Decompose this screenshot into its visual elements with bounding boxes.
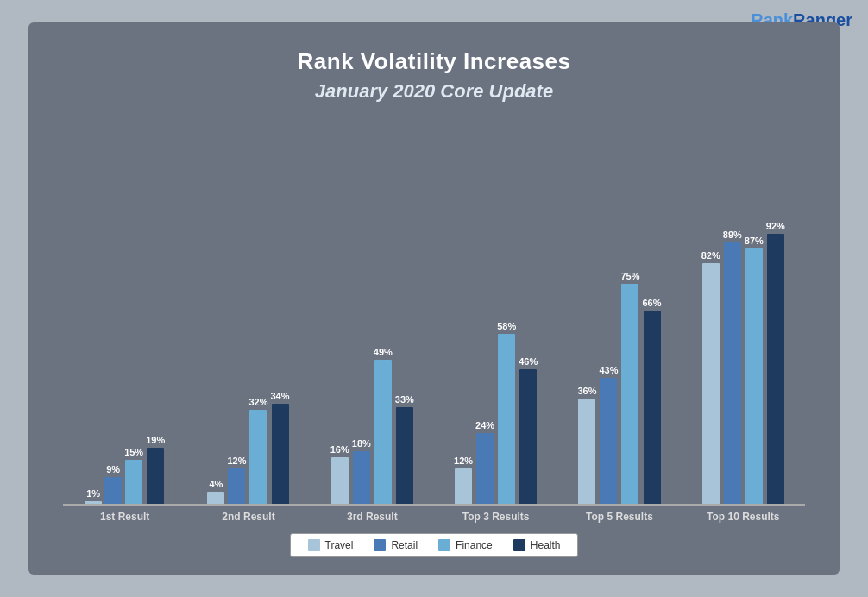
bar-col-finance: 32% [248,397,267,504]
bar-travel [207,492,224,504]
bar-group: 36%43%75%66% [557,271,681,504]
chart-area: 1%9%15%19%4%12%32%34%16%18%49%33%12%24%5… [63,120,805,523]
bar-col-health: 34% [271,391,290,504]
bar-col-finance: 49% [374,347,393,504]
bar-value-label: 49% [374,347,393,357]
bar-col-health: 66% [643,298,662,504]
bar-value-label: 19% [146,435,165,445]
bar-col-retail: 9% [104,464,122,504]
bar-value-label: 12% [227,456,246,466]
legend-label: Health [531,539,561,551]
bar-col-health: 19% [146,435,165,504]
x-axis-label: Top 5 Results [557,511,681,523]
bar-retail [600,378,617,504]
bar-group: 12%24%58%46% [434,321,557,504]
bar-finance [621,284,638,504]
legend-item: Travel [308,539,354,551]
bar-value-label: 75% [620,271,639,281]
bar-col-health: 33% [395,394,414,504]
bar-value-label: 43% [599,365,618,375]
legend-item: Health [513,539,561,551]
bar-finance [374,360,392,504]
bar-col-finance: 15% [124,447,143,504]
bar-col-travel: 1% [85,488,102,504]
bar-value-label: 15% [124,447,143,457]
bar-health [519,369,537,504]
bar-col-health: 92% [766,221,785,504]
bar-retail [724,242,741,504]
bar-col-travel: 82% [701,250,720,504]
bar-group: 16%18%49%33% [311,347,434,504]
bar-col-finance: 87% [745,236,764,504]
bar-value-label: 87% [745,236,764,246]
bar-value-label: 46% [519,356,538,367]
bar-value-label: 32% [248,397,267,407]
legend-label: Finance [456,539,493,551]
bar-col-travel: 12% [454,456,473,504]
bar-health [396,407,413,504]
bar-value-label: 58% [497,321,516,331]
bar-value-label: 9% [106,464,120,474]
bar-value-label: 66% [643,298,662,308]
chart-title-sub: January 2020 Core Update [63,80,805,103]
legend-label: Retail [391,539,418,551]
chart-container: Rank Volatility Increases January 2020 C… [28,22,840,575]
bar-travel [702,263,720,504]
bar-col-retail: 43% [599,365,618,504]
bar-value-label: 12% [454,456,473,466]
bar-health [147,448,164,504]
bar-col-travel: 4% [207,479,224,504]
bar-col-retail: 89% [723,229,742,504]
bar-value-label: 36% [577,386,596,396]
bar-col-travel: 16% [330,444,349,504]
bar-value-label: 33% [395,394,414,405]
x-axis-label: 3rd Result [311,511,434,523]
bar-value-label: 18% [352,438,371,449]
chart-title-main: Rank Volatility Increases [63,48,805,75]
bar-value-label: 1% [86,488,100,499]
x-labels: 1st Result2nd Result3rd ResultTop 3 Resu… [63,511,805,523]
bar-finance [498,334,515,504]
legend-label: Travel [325,539,354,551]
bar-value-label: 24% [475,420,494,430]
x-axis-label: 1st Result [63,511,186,523]
bar-col-finance: 75% [620,271,639,504]
x-axis-label: 2nd Result [186,511,310,523]
bar-travel [331,457,349,504]
bar-finance [125,460,142,504]
bar-travel [578,399,595,504]
bar-group: 4%12%32%34% [186,391,310,504]
legend-color-box [513,539,525,551]
x-axis-label: Top 10 Results [682,511,805,523]
bar-value-label: 34% [271,391,290,401]
bar-travel [85,501,102,504]
legend-color-box [374,539,386,551]
bar-health [272,404,289,504]
legend-color-box [438,539,450,551]
bar-col-retail: 18% [352,438,371,504]
bars-wrapper: 1%9%15%19%4%12%32%34%16%18%49%33%12%24%5… [63,120,805,506]
bar-retail [476,433,494,504]
bar-retail [353,451,370,504]
bar-col-retail: 24% [475,420,494,504]
bar-group: 82%89%87%92% [682,221,805,504]
bar-col-health: 46% [519,356,538,504]
legend-color-box [308,539,320,551]
bar-health [644,311,661,504]
bar-col-retail: 12% [227,456,246,504]
title-section: Rank Volatility Increases January 2020 C… [63,48,805,103]
bar-value-label: 89% [723,229,742,240]
bar-value-label: 82% [701,250,720,261]
bar-health [767,234,784,504]
bar-value-label: 92% [766,221,785,231]
legend: TravelRetailFinanceHealth [290,533,579,557]
bar-value-label: 16% [330,444,349,455]
bar-retail [228,468,245,504]
x-axis-label: Top 3 Results [434,511,557,523]
legend-item: Retail [374,539,418,551]
bar-finance [249,410,267,504]
bar-value-label: 4% [209,479,223,489]
bar-col-finance: 58% [497,321,516,504]
bar-group: 1%9%15%19% [63,435,186,504]
bar-col-travel: 36% [577,386,596,504]
